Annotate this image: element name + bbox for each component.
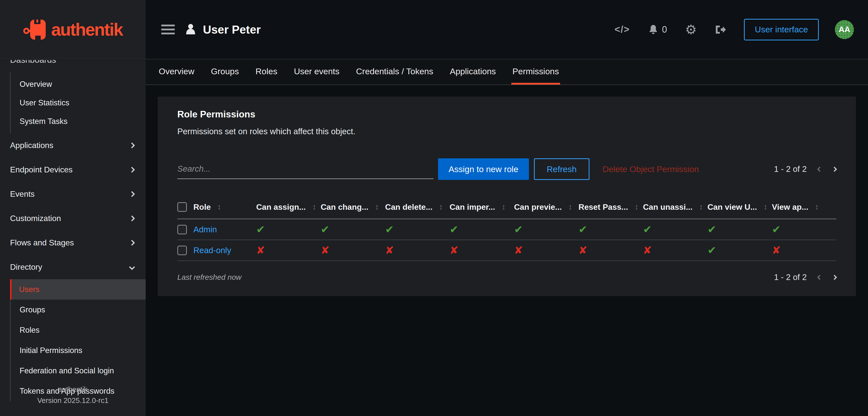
role-link[interactable]: Read-only: [193, 246, 256, 255]
tabs: OverviewGroupsRolesUser eventsCredential…: [146, 60, 868, 85]
row-checkbox[interactable]: [177, 246, 187, 255]
sort-icon[interactable]: ↕: [502, 203, 505, 211]
notification-count: 0: [662, 24, 667, 35]
sidebar-item-groups[interactable]: Groups: [10, 300, 146, 320]
column-header-can-delete: Can delete...↕: [385, 203, 450, 212]
sort-icon[interactable]: ↕: [699, 203, 703, 211]
sidebar-item-label: Directory: [10, 263, 42, 272]
tab-applications[interactable]: Applications: [449, 60, 497, 84]
sidebar-item-flows-and-stages[interactable]: Flows and Stages: [0, 231, 146, 255]
user-icon: [185, 23, 196, 36]
sidebar-item-user-statistics[interactable]: User Statistics: [10, 94, 146, 112]
sidebar-item-customization[interactable]: Customization: [0, 206, 146, 231]
check-icon: ✔: [321, 223, 385, 236]
refresh-button[interactable]: Refresh: [534, 158, 589, 180]
column-label: View ap...: [772, 203, 808, 212]
check-icon: ✔: [772, 223, 836, 236]
check-icon: ✔: [708, 244, 772, 256]
assign-to-new-role-button[interactable]: Assign to new role: [438, 158, 529, 180]
last-refreshed-label: Last refreshed now: [177, 273, 241, 281]
sidebar-item-endpoint-devices[interactable]: Endpoint Devices: [0, 158, 146, 182]
role-permissions-card: Role Permissions Permissions set on role…: [158, 97, 856, 296]
sidebar-item-overview[interactable]: Overview: [10, 75, 146, 94]
chevron-right-icon: [129, 167, 135, 173]
hamburger-menu-icon[interactable]: [161, 25, 175, 34]
cross-icon: ✘: [514, 244, 579, 256]
dashboards-subgroup: OverviewUser StatisticsSystem Tasks: [10, 72, 146, 133]
api-code-icon[interactable]: </>: [615, 24, 630, 35]
footer-app-name: authentik: [0, 384, 146, 395]
column-label: Role: [193, 203, 211, 212]
tab-user-events[interactable]: User events: [293, 60, 340, 84]
sidebar-item-roles[interactable]: Roles: [10, 320, 146, 340]
sort-icon[interactable]: ↕: [375, 203, 379, 211]
column-header-can-unassi: Can unassi...↕: [643, 203, 708, 212]
pagination-next-icon[interactable]: [832, 166, 837, 172]
sort-icon[interactable]: ↕: [217, 203, 221, 211]
table-header-row: Role↕Can assign...↕Can chang...↕Can dele…: [177, 196, 836, 219]
pagination-prev-icon[interactable]: [817, 166, 822, 172]
sidebar-item-system-tasks[interactable]: System Tasks: [10, 112, 146, 131]
tab-overview[interactable]: Overview: [158, 60, 195, 84]
column-label: Can view U...: [708, 203, 757, 212]
tab-credentials-tokens[interactable]: Credentials / Tokens: [355, 60, 434, 84]
check-icon: ✔: [643, 223, 708, 236]
chevron-right-icon: [129, 191, 135, 197]
sort-icon[interactable]: ↕: [815, 203, 819, 211]
column-label: Can assign...: [256, 203, 306, 212]
settings-gear-icon[interactable]: ⚙: [685, 23, 697, 36]
sort-icon[interactable]: ↕: [635, 203, 639, 211]
sidebar-item-directory[interactable]: Directory: [0, 255, 146, 279]
sidebar-item-federation-and-social-login[interactable]: Federation and Social login: [10, 360, 146, 381]
column-header-can-view-u: Can view U...↕: [708, 203, 772, 212]
cross-icon: ✘: [579, 244, 643, 256]
search-input[interactable]: [177, 159, 434, 179]
sidebar: Dashboards OverviewUser StatisticsSystem…: [0, 60, 146, 416]
directory-subgroup: UsersGroupsRolesInitial PermissionsFeder…: [10, 279, 146, 401]
sort-icon[interactable]: ↕: [312, 203, 316, 211]
header-main: User Peter </> 0 ⚙ User interface AA: [146, 0, 868, 59]
cross-icon: ✘: [256, 244, 321, 256]
top-pagination: 1 - 2 of 2: [774, 164, 836, 174]
sidebar-nav: ApplicationsEndpoint DevicesEventsCustom…: [0, 133, 146, 279]
sidebar-item-label: Customization: [10, 214, 61, 223]
sort-icon[interactable]: ↕: [568, 203, 572, 211]
sign-out-icon[interactable]: [715, 25, 726, 35]
user-interface-button[interactable]: User interface: [744, 19, 819, 40]
main-content: Role Permissions Permissions set on role…: [146, 85, 868, 416]
tab-groups[interactable]: Groups: [210, 60, 240, 84]
sort-icon[interactable]: ↕: [439, 203, 443, 211]
page-title: User Peter: [203, 23, 261, 36]
check-icon: ✔: [256, 223, 321, 236]
brand-logo[interactable]: authentik: [0, 0, 146, 59]
sidebar-item-initial-permissions[interactable]: Initial Permissions: [10, 340, 146, 360]
avatar[interactable]: AA: [835, 20, 854, 39]
sidebar-item-applications[interactable]: Applications: [0, 133, 146, 158]
cross-icon: ✘: [385, 244, 450, 256]
pagination-next-icon[interactable]: [832, 275, 837, 280]
table-footer: Last refreshed now 1 - 2 of 2: [177, 273, 836, 282]
column-label: Can imper...: [450, 203, 495, 212]
table-row: Read-only✘✘✘✘✘✘✘✔✘: [177, 240, 836, 261]
column-header-can-previe: Can previe...↕: [514, 203, 579, 212]
chevron-right-icon: [129, 240, 135, 246]
role-link[interactable]: Admin: [193, 225, 256, 234]
column-label: Can previe...: [514, 203, 562, 212]
sort-icon[interactable]: ↕: [764, 203, 768, 211]
tab-roles[interactable]: Roles: [254, 60, 278, 84]
row-checkbox[interactable]: [177, 225, 187, 234]
notifications-bell-icon[interactable]: 0: [648, 24, 667, 35]
pagination-prev-icon[interactable]: [817, 275, 822, 280]
select-all-checkbox[interactable]: [177, 202, 187, 212]
column-header-view-ap: View ap...↕: [772, 203, 836, 212]
sidebar-group-dashboards[interactable]: Dashboards: [10, 60, 146, 67]
brand-wordmark: authentik: [51, 20, 123, 40]
pagination-label: 1 - 2 of 2: [774, 273, 807, 282]
column-header-role: Role↕: [193, 203, 256, 212]
column-header-can-imper: Can imper...↕: [450, 203, 514, 212]
sidebar-item-events[interactable]: Events: [0, 182, 146, 206]
pagination-label: 1 - 2 of 2: [774, 164, 807, 174]
column-header-can-assign: Can assign...↕: [256, 203, 321, 212]
tab-permissions[interactable]: Permissions: [512, 60, 560, 84]
sidebar-item-users[interactable]: Users: [10, 279, 146, 300]
